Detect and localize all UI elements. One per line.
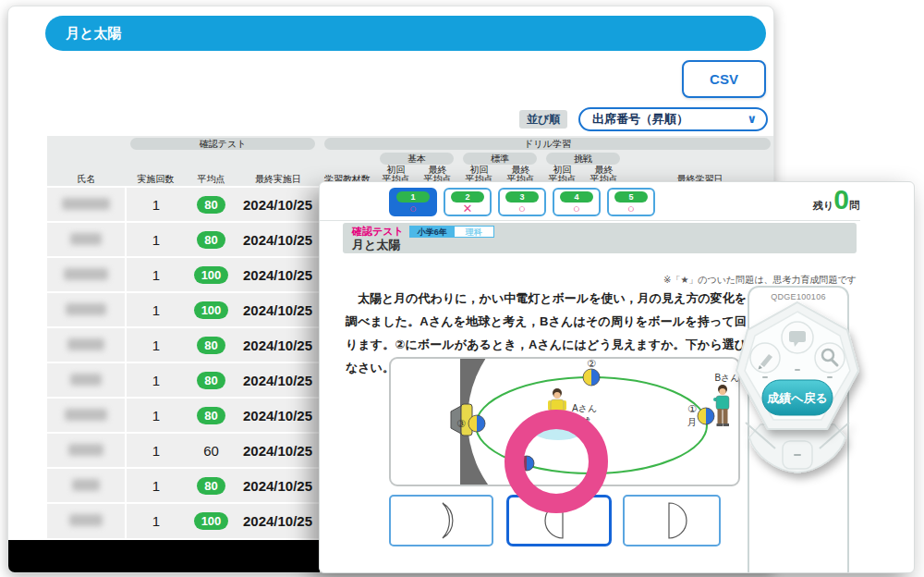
blurred-student-name xyxy=(67,338,104,350)
score-badge: 80 xyxy=(197,407,225,424)
grade-badge: 小学6年 xyxy=(410,227,455,237)
subgroup-basic: 基本 xyxy=(380,153,454,165)
blurred-student-name xyxy=(70,374,102,386)
subgroup-header-row: 基本 標準 挑戦 xyxy=(47,151,774,166)
search-button[interactable] xyxy=(815,343,845,373)
ball-position-2 xyxy=(583,369,600,386)
label-pos1: ① xyxy=(687,403,697,414)
blurred-student-name xyxy=(64,268,108,280)
choice-half-moon-right[interactable] xyxy=(623,495,721,546)
subgroup-standard: 標準 xyxy=(463,153,537,165)
remaining-questions: 残り0問 xyxy=(798,184,859,215)
correct-mark-icon: ○ xyxy=(609,203,653,215)
score-badge: 80 xyxy=(197,337,225,354)
blurred-student-name xyxy=(65,409,107,421)
sort-order-value: 出席番号（昇順） xyxy=(592,112,688,126)
window-footer-black xyxy=(8,540,320,573)
blurred-student-name xyxy=(62,198,110,210)
correct-mark-icon: ○ xyxy=(391,203,435,215)
score-plain: 60 xyxy=(203,443,219,459)
quiz-title-bar: 確認テスト 小学6年 理科 月と太陽 xyxy=(343,223,857,253)
quiz-window: 1 ○ 2 ✕ 3 ○ 4 ○ 5 ○ 残り0問 xyxy=(319,181,915,573)
label-pos2: ② xyxy=(587,359,596,369)
col-name: 氏名 xyxy=(47,166,126,187)
correct-mark-icon: ○ xyxy=(500,203,544,215)
grade-subject-badge: 小学6年 理科 xyxy=(409,226,494,238)
dash-icon xyxy=(827,376,833,378)
question-tab-5[interactable]: 5 ○ xyxy=(607,188,655,216)
svg-text:成績へ戻る: 成績へ戻る xyxy=(766,391,828,405)
col-last-test: 最終実施日 xyxy=(237,166,320,187)
score-badge: 80 xyxy=(197,477,225,495)
ball-position-1 xyxy=(698,408,714,424)
label-moon: 月 xyxy=(687,417,697,427)
pencil-button[interactable] xyxy=(750,343,780,373)
blurred-student-name xyxy=(70,233,102,245)
page-title: 月と太陽 xyxy=(45,16,766,51)
label-person-a: Aさん xyxy=(572,403,597,413)
blurred-student-name xyxy=(66,303,106,315)
dash-icon xyxy=(795,369,800,371)
remote-control: 成績へ戻る xyxy=(723,297,871,493)
question-tab-4[interactable]: 4 ○ xyxy=(553,188,601,216)
star-note: ※「★」のついた問題は、思考力育成問題です xyxy=(541,274,857,287)
score-badge: 100 xyxy=(194,301,229,319)
question-nav: 1 ○ 2 ✕ 3 ○ 4 ○ 5 ○ xyxy=(389,188,655,216)
wrong-mark-icon: ✕ xyxy=(445,203,490,215)
score-badge: 80 xyxy=(197,196,225,214)
nav-divider xyxy=(320,220,860,221)
correct-mark-icon: ○ xyxy=(554,203,599,215)
sort-order-select[interactable]: 出席番号（昇順） ∨ xyxy=(578,107,768,131)
half-moon-right-shape xyxy=(625,497,719,545)
col-count: 実施回数 xyxy=(126,166,186,187)
group-header-row: 確認テスト ドリル学習 xyxy=(47,136,774,151)
group-kakunin-test: 確認テスト xyxy=(130,138,315,150)
question-tab-1[interactable]: 1 ○ xyxy=(389,188,437,216)
chevron-down-icon: ∨ xyxy=(747,109,757,129)
score-badge: 100 xyxy=(194,512,229,530)
subgroup-challenge: 挑戦 xyxy=(546,153,620,165)
question-tab-3[interactable]: 3 ○ xyxy=(498,188,546,216)
question-tab-2[interactable]: 2 ✕ xyxy=(444,188,492,216)
screen: 月と太陽 CSV 並び順 出席番号（昇順） ∨ 確認テスト ドリル学習 基本 標… xyxy=(0,0,924,577)
answer-highlight-ring xyxy=(505,410,608,513)
col-avg: 平均点 xyxy=(186,166,237,187)
quiz-title: 月と太陽 xyxy=(352,238,847,252)
score-badge: 80 xyxy=(197,372,225,389)
ball-position-3 xyxy=(468,415,485,432)
csv-export-button[interactable]: CSV xyxy=(682,60,766,98)
choice-crescent-moon[interactable] xyxy=(389,495,493,546)
blurred-student-name xyxy=(69,514,103,526)
subject-badge: 理科 xyxy=(455,227,493,237)
crescent-moon-shape xyxy=(391,497,492,545)
blurred-student-name xyxy=(72,479,100,491)
score-badge: 100 xyxy=(194,266,229,284)
remaining-count: 0 xyxy=(833,184,849,215)
score-badge: 80 xyxy=(197,231,225,249)
comment-button[interactable] xyxy=(782,322,813,353)
back-to-grades-button[interactable]: 成績へ戻る xyxy=(762,380,833,415)
sort-order-label: 並び順 xyxy=(519,110,567,129)
dash-icon xyxy=(794,454,801,456)
group-drill-study: ドリル学習 xyxy=(324,138,771,150)
label-pos3: ③ xyxy=(456,418,466,429)
test-type-label: 確認テスト xyxy=(352,225,404,239)
dash-icon xyxy=(762,376,768,378)
blurred-student-name xyxy=(68,444,103,456)
